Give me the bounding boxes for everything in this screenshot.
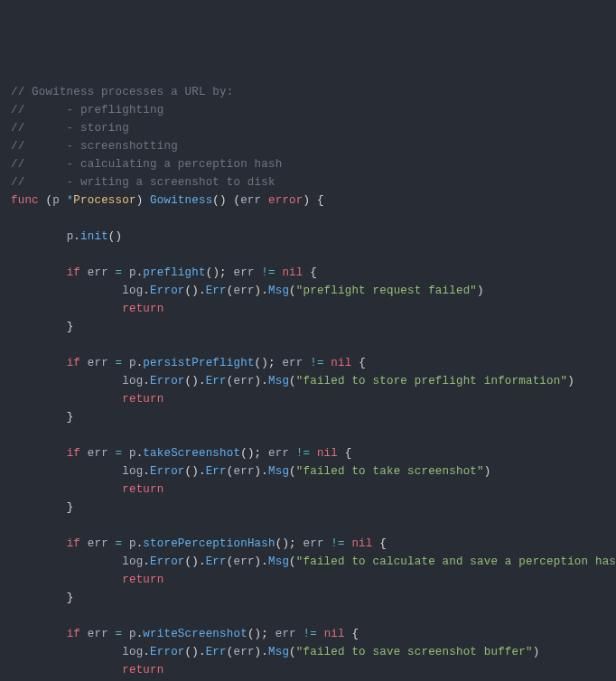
id-err: err bbox=[88, 628, 108, 640]
fn-writescreenshot: writeScreenshot bbox=[143, 628, 247, 640]
lparen: ( bbox=[289, 375, 296, 387]
fn-msg: Msg bbox=[268, 465, 289, 478]
space bbox=[296, 628, 303, 640]
kw-return: return bbox=[122, 574, 163, 586]
kw-return: return bbox=[122, 393, 163, 406]
fn-error: Error bbox=[150, 375, 185, 387]
fn-storeperceptionhash: storePerceptionHash bbox=[143, 537, 275, 550]
string-literal: "preflight request failed" bbox=[296, 285, 477, 297]
space bbox=[60, 194, 67, 207]
id-err: err bbox=[268, 447, 289, 460]
id-log: log bbox=[122, 285, 143, 297]
dot: . bbox=[143, 646, 150, 658]
kw-return: return bbox=[122, 303, 163, 315]
space bbox=[338, 447, 345, 460]
space bbox=[108, 357, 116, 369]
id-err: err bbox=[233, 285, 254, 297]
dot: . bbox=[143, 465, 150, 478]
lbrace: { bbox=[379, 537, 387, 550]
fn-takescreenshot: takeScreenshot bbox=[143, 447, 240, 460]
lparen: ( bbox=[247, 628, 255, 640]
fn-err: Err bbox=[206, 646, 227, 658]
space bbox=[261, 447, 268, 460]
id-p: p bbox=[129, 447, 136, 460]
rbrace: } bbox=[67, 592, 74, 604]
id-log: log bbox=[122, 646, 143, 658]
id-err: err bbox=[275, 628, 296, 640]
semi: ; bbox=[289, 537, 296, 550]
id-p: p bbox=[129, 628, 136, 640]
dot: . bbox=[143, 375, 150, 387]
lparen: ( bbox=[212, 194, 219, 207]
dot: . bbox=[199, 285, 206, 297]
op-neq: != bbox=[296, 447, 310, 460]
id-err: err bbox=[233, 465, 254, 478]
id-err: err bbox=[233, 555, 254, 568]
space bbox=[108, 266, 116, 279]
semi: ; bbox=[261, 628, 268, 640]
lbrace: { bbox=[351, 628, 359, 640]
dot: . bbox=[143, 555, 150, 568]
space bbox=[351, 357, 359, 369]
lbrace: { bbox=[317, 194, 324, 207]
rparen: ) bbox=[484, 465, 491, 478]
id-log: log bbox=[122, 555, 143, 568]
fn-err: Err bbox=[206, 555, 227, 568]
space bbox=[80, 357, 88, 369]
op-neq: != bbox=[261, 266, 275, 279]
space bbox=[143, 194, 150, 207]
id-err: err bbox=[303, 537, 324, 550]
space bbox=[289, 447, 296, 460]
space bbox=[108, 628, 116, 640]
fn-preflight: preflight bbox=[143, 266, 205, 279]
id-err: err bbox=[233, 375, 254, 387]
kw-return: return bbox=[122, 483, 163, 496]
id-p: p bbox=[129, 537, 136, 550]
lparen: ( bbox=[289, 555, 296, 568]
comment-line: // Gowitness processes a URL by: bbox=[11, 86, 233, 98]
comment-line: // - screenshotting bbox=[11, 140, 178, 153]
space bbox=[268, 628, 275, 640]
kw-if: if bbox=[67, 266, 80, 279]
type-error: error bbox=[268, 194, 303, 207]
dot: . bbox=[143, 285, 150, 297]
id-err: err bbox=[88, 357, 108, 369]
dot: . bbox=[199, 646, 206, 658]
comment-line: // - preflighting bbox=[11, 104, 163, 117]
space bbox=[122, 357, 129, 369]
id-err: err bbox=[233, 646, 254, 658]
kw-if: if bbox=[67, 447, 80, 460]
kw-return: return bbox=[122, 664, 163, 676]
space bbox=[122, 266, 129, 279]
rparen: ) bbox=[261, 357, 268, 369]
id-log: log bbox=[122, 375, 143, 387]
fn-error: Error bbox=[150, 465, 185, 478]
space bbox=[80, 266, 88, 279]
rbrace: } bbox=[67, 501, 74, 514]
space bbox=[261, 194, 268, 207]
fn-persistpreflight: persistPreflight bbox=[143, 357, 254, 369]
space bbox=[317, 628, 324, 640]
fn-gowitness: Gowitness bbox=[150, 194, 212, 207]
semi: ; bbox=[268, 357, 275, 369]
op-neq: != bbox=[310, 357, 323, 369]
dot: . bbox=[261, 285, 268, 297]
comment-line: // - calculating a perception hash bbox=[11, 158, 282, 171]
rparen: ) bbox=[191, 285, 199, 297]
kw-if: if bbox=[67, 357, 80, 369]
kw-nil: nil bbox=[317, 447, 338, 460]
id-err: err bbox=[88, 537, 108, 550]
space bbox=[80, 537, 88, 550]
id-p: p bbox=[129, 357, 136, 369]
rparen: ) bbox=[212, 266, 219, 279]
space bbox=[108, 447, 116, 460]
dot: . bbox=[261, 555, 268, 568]
receiver: p bbox=[52, 194, 60, 207]
string-literal: "failed to take screenshot" bbox=[296, 465, 484, 478]
lbrace: { bbox=[345, 447, 352, 460]
rparen: ) bbox=[191, 375, 199, 387]
op-neq: != bbox=[303, 628, 317, 640]
string-literal: "failed to calculate and save a percepti… bbox=[296, 555, 616, 568]
rparen: ) bbox=[219, 194, 227, 207]
space bbox=[122, 628, 129, 640]
